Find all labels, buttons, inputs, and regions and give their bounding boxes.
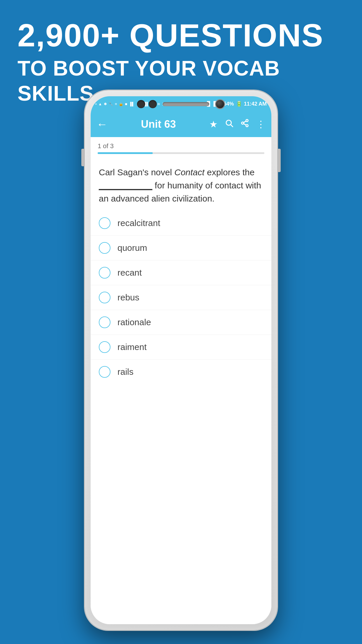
answer-text-6: raiment: [117, 342, 147, 352]
radio-circle-4: [99, 292, 110, 303]
answer-text-2: quorum: [117, 243, 147, 253]
progress-bar-bg: [98, 152, 264, 154]
radio-circle-6: [99, 341, 110, 353]
answers-section: recalcitrantquorumrecantrebusrationalera…: [91, 208, 271, 624]
answer-item-1[interactable]: recalcitrant: [91, 211, 271, 236]
question-italic-word: Contact: [174, 167, 204, 177]
phone-screen: ▪ ▲ ✱ 🔧 ≡ 🔒 ■ ▐▌ ▐▌ ▐▌ 🔇 ≋ 1x ▐▌▐▌▐ 54% …: [91, 96, 271, 624]
svg-line-1: [231, 125, 233, 127]
phone-mockup: ▪ ▲ ✱ 🔧 ≡ 🔒 ■ ▐▌ ▐▌ ▐▌ 🔇 ≋ 1x ▐▌▐▌▐ 54% …: [85, 90, 277, 630]
phone-outer: ▪ ▲ ✱ 🔧 ≡ 🔒 ■ ▐▌ ▐▌ ▐▌ 🔇 ≋ 1x ▐▌▐▌▐ 54% …: [85, 90, 277, 630]
question-section: Carl Sagan's novel Contact explores the …: [91, 157, 271, 208]
volume-button-left: [81, 149, 85, 166]
radio-circle-2: [99, 242, 110, 254]
answer-text-3: recant: [117, 268, 142, 278]
answer-item-5[interactable]: rationale: [91, 310, 271, 335]
answer-text-1: recalcitrant: [117, 218, 160, 228]
radio-circle-5: [99, 316, 110, 328]
power-button-right: [277, 149, 281, 172]
answer-item-3[interactable]: recant: [91, 260, 271, 285]
headline: 2,900+ QUESTIONS: [17, 18, 345, 53]
radio-circle-1: [99, 217, 110, 229]
question-text-after-italic: explores the: [205, 167, 255, 177]
progress-label: 1 of 3: [98, 142, 264, 150]
svg-line-6: [244, 121, 246, 123]
toolbar-icons: ★ ⋮: [209, 119, 266, 130]
star-icon[interactable]: ★: [209, 119, 218, 130]
more-icon[interactable]: ⋮: [256, 119, 266, 130]
answer-text-5: rationale: [117, 317, 151, 327]
camera-dot-left: [137, 100, 145, 108]
app-toolbar: ← Unit 63 ★: [91, 111, 271, 137]
clock: 11:42 AM: [244, 101, 267, 107]
answer-item-6[interactable]: raiment: [91, 335, 271, 360]
camera-dot-right: [149, 100, 157, 108]
answer-text-4: rebus: [117, 293, 139, 302]
progress-bar-fill: [98, 152, 153, 154]
answer-item-2[interactable]: quorum: [91, 236, 271, 260]
answer-item-4[interactable]: rebus: [91, 285, 271, 310]
answer-text-7: rails: [117, 367, 133, 377]
camera-dots: [137, 100, 157, 108]
back-button[interactable]: ←: [96, 118, 108, 131]
question-text-before-italic: Carl Sagan's novel: [99, 167, 174, 177]
speaker-grille: [163, 102, 209, 106]
toolbar-title: Unit 63: [113, 118, 203, 130]
radio-circle-7: [99, 366, 110, 378]
radio-circle-3: [99, 267, 110, 279]
question-text: Carl Sagan's novel Contact explores the …: [99, 166, 263, 205]
camera-lens: [215, 99, 225, 109]
question-blank: ___________: [99, 181, 152, 190]
phone-top-bar: [123, 99, 239, 109]
answer-item-7[interactable]: rails: [91, 360, 271, 384]
share-icon[interactable]: [240, 119, 249, 130]
search-icon[interactable]: [225, 119, 233, 130]
progress-section: 1 of 3: [91, 137, 271, 157]
svg-line-5: [244, 124, 246, 125]
